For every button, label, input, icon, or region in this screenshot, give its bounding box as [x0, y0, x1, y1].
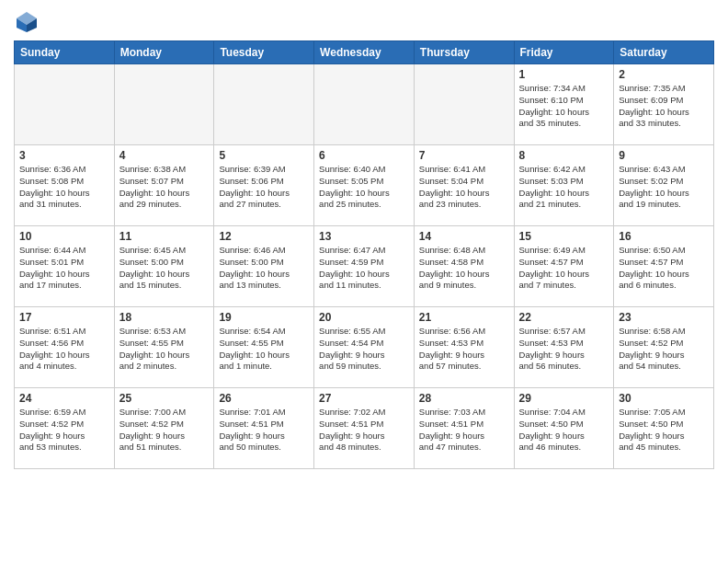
logo [14, 9, 42, 35]
calendar-cell [414, 64, 514, 145]
day-info: Sunrise: 6:57 AM Sunset: 4:53 PM Dayligh… [519, 326, 609, 373]
day-info: Sunrise: 6:50 AM Sunset: 4:57 PM Dayligh… [619, 245, 709, 292]
day-number: 24 [19, 392, 109, 405]
day-info: Sunrise: 6:55 AM Sunset: 4:54 PM Dayligh… [319, 326, 409, 373]
calendar-cell: 3Sunrise: 6:36 AM Sunset: 5:08 PM Daylig… [15, 145, 115, 226]
day-number: 5 [219, 149, 309, 162]
calendar-cell: 5Sunrise: 6:39 AM Sunset: 5:06 PM Daylig… [214, 145, 314, 226]
day-header-saturday: Saturday [614, 41, 714, 64]
calendar-header-row: SundayMondayTuesdayWednesdayThursdayFrid… [15, 41, 714, 64]
day-number: 8 [519, 149, 609, 162]
day-number: 19 [219, 311, 309, 324]
day-info: Sunrise: 6:47 AM Sunset: 4:59 PM Dayligh… [319, 245, 409, 292]
day-number: 23 [619, 311, 709, 324]
calendar-cell [15, 64, 115, 145]
day-info: Sunrise: 6:48 AM Sunset: 4:58 PM Dayligh… [419, 245, 509, 292]
calendar-cell: 16Sunrise: 6:50 AM Sunset: 4:57 PM Dayli… [614, 226, 714, 307]
day-number: 6 [319, 149, 409, 162]
day-number: 20 [319, 311, 409, 324]
day-info: Sunrise: 7:05 AM Sunset: 4:50 PM Dayligh… [619, 407, 709, 454]
day-number: 14 [419, 230, 509, 243]
day-number: 3 [19, 149, 109, 162]
day-header-friday: Friday [514, 41, 614, 64]
calendar-cell: 4Sunrise: 6:38 AM Sunset: 5:07 PM Daylig… [114, 145, 214, 226]
calendar-cell [114, 64, 214, 145]
day-info: Sunrise: 6:58 AM Sunset: 4:52 PM Dayligh… [619, 326, 709, 373]
calendar-cell: 25Sunrise: 7:00 AM Sunset: 4:52 PM Dayli… [114, 388, 214, 469]
day-header-tuesday: Tuesday [214, 41, 314, 64]
week-row-1: 1Sunrise: 7:34 AM Sunset: 6:10 PM Daylig… [15, 64, 714, 145]
calendar-cell: 15Sunrise: 6:49 AM Sunset: 4:57 PM Dayli… [514, 226, 614, 307]
day-info: Sunrise: 6:56 AM Sunset: 4:53 PM Dayligh… [419, 326, 509, 373]
calendar-cell: 8Sunrise: 6:42 AM Sunset: 5:03 PM Daylig… [514, 145, 614, 226]
day-header-monday: Monday [114, 41, 214, 64]
calendar-cell: 19Sunrise: 6:54 AM Sunset: 4:55 PM Dayli… [214, 307, 314, 388]
calendar-cell [314, 64, 415, 145]
day-info: Sunrise: 6:59 AM Sunset: 4:52 PM Dayligh… [19, 407, 109, 454]
day-info: Sunrise: 6:54 AM Sunset: 4:55 PM Dayligh… [219, 326, 309, 373]
day-info: Sunrise: 6:44 AM Sunset: 5:01 PM Dayligh… [19, 245, 109, 292]
day-info: Sunrise: 6:41 AM Sunset: 5:04 PM Dayligh… [419, 164, 509, 211]
calendar-cell: 14Sunrise: 6:48 AM Sunset: 4:58 PM Dayli… [414, 226, 514, 307]
calendar-cell: 30Sunrise: 7:05 AM Sunset: 4:50 PM Dayli… [614, 388, 714, 469]
day-number: 2 [619, 68, 709, 81]
week-row-5: 24Sunrise: 6:59 AM Sunset: 4:52 PM Dayli… [15, 388, 714, 469]
day-number: 12 [219, 230, 309, 243]
calendar-cell: 13Sunrise: 6:47 AM Sunset: 4:59 PM Dayli… [314, 226, 415, 307]
day-info: Sunrise: 7:02 AM Sunset: 4:51 PM Dayligh… [319, 407, 409, 454]
day-info: Sunrise: 6:51 AM Sunset: 4:56 PM Dayligh… [19, 326, 109, 373]
calendar-cell: 7Sunrise: 6:41 AM Sunset: 5:04 PM Daylig… [414, 145, 514, 226]
day-info: Sunrise: 6:43 AM Sunset: 5:02 PM Dayligh… [619, 164, 709, 211]
day-number: 21 [419, 311, 509, 324]
day-info: Sunrise: 6:36 AM Sunset: 5:08 PM Dayligh… [19, 164, 109, 211]
calendar-cell: 17Sunrise: 6:51 AM Sunset: 4:56 PM Dayli… [15, 307, 115, 388]
calendar-cell: 27Sunrise: 7:02 AM Sunset: 4:51 PM Dayli… [314, 388, 415, 469]
calendar-cell: 22Sunrise: 6:57 AM Sunset: 4:53 PM Dayli… [514, 307, 614, 388]
day-header-thursday: Thursday [414, 41, 514, 64]
calendar-cell: 29Sunrise: 7:04 AM Sunset: 4:50 PM Dayli… [514, 388, 614, 469]
calendar-cell: 10Sunrise: 6:44 AM Sunset: 5:01 PM Dayli… [15, 226, 115, 307]
day-number: 30 [619, 392, 709, 405]
day-number: 15 [519, 230, 609, 243]
calendar-cell: 9Sunrise: 6:43 AM Sunset: 5:02 PM Daylig… [614, 145, 714, 226]
day-number: 7 [419, 149, 509, 162]
day-number: 16 [619, 230, 709, 243]
calendar-table: SundayMondayTuesdayWednesdayThursdayFrid… [14, 40, 714, 469]
logo-icon [14, 9, 40, 35]
day-info: Sunrise: 6:42 AM Sunset: 5:03 PM Dayligh… [519, 164, 609, 211]
day-info: Sunrise: 6:53 AM Sunset: 4:55 PM Dayligh… [119, 326, 210, 373]
calendar-cell: 21Sunrise: 6:56 AM Sunset: 4:53 PM Dayli… [414, 307, 514, 388]
calendar-cell: 6Sunrise: 6:40 AM Sunset: 5:05 PM Daylig… [314, 145, 415, 226]
week-row-3: 10Sunrise: 6:44 AM Sunset: 5:01 PM Dayli… [15, 226, 714, 307]
page: SundayMondayTuesdayWednesdayThursdayFrid… [0, 0, 728, 478]
day-number: 29 [519, 392, 609, 405]
day-info: Sunrise: 6:38 AM Sunset: 5:07 PM Dayligh… [119, 164, 210, 211]
day-header-sunday: Sunday [15, 41, 115, 64]
day-number: 10 [19, 230, 109, 243]
day-number: 1 [519, 68, 609, 81]
day-info: Sunrise: 7:34 AM Sunset: 6:10 PM Dayligh… [519, 83, 609, 130]
calendar-cell: 24Sunrise: 6:59 AM Sunset: 4:52 PM Dayli… [15, 388, 115, 469]
day-info: Sunrise: 7:01 AM Sunset: 4:51 PM Dayligh… [219, 407, 309, 454]
week-row-2: 3Sunrise: 6:36 AM Sunset: 5:08 PM Daylig… [15, 145, 714, 226]
calendar-cell: 2Sunrise: 7:35 AM Sunset: 6:09 PM Daylig… [614, 64, 714, 145]
day-info: Sunrise: 7:35 AM Sunset: 6:09 PM Dayligh… [619, 83, 709, 130]
day-number: 9 [619, 149, 709, 162]
calendar-cell: 20Sunrise: 6:55 AM Sunset: 4:54 PM Dayli… [314, 307, 415, 388]
calendar-cell [214, 64, 314, 145]
header [14, 9, 714, 35]
day-info: Sunrise: 7:00 AM Sunset: 4:52 PM Dayligh… [119, 407, 210, 454]
day-number: 28 [419, 392, 509, 405]
day-number: 27 [319, 392, 409, 405]
day-info: Sunrise: 6:49 AM Sunset: 4:57 PM Dayligh… [519, 245, 609, 292]
calendar-cell: 23Sunrise: 6:58 AM Sunset: 4:52 PM Dayli… [614, 307, 714, 388]
day-number: 25 [119, 392, 210, 405]
day-info: Sunrise: 6:46 AM Sunset: 5:00 PM Dayligh… [219, 245, 309, 292]
calendar-cell: 12Sunrise: 6:46 AM Sunset: 5:00 PM Dayli… [214, 226, 314, 307]
calendar-cell: 26Sunrise: 7:01 AM Sunset: 4:51 PM Dayli… [214, 388, 314, 469]
calendar-cell: 28Sunrise: 7:03 AM Sunset: 4:51 PM Dayli… [414, 388, 514, 469]
calendar-cell: 1Sunrise: 7:34 AM Sunset: 6:10 PM Daylig… [514, 64, 614, 145]
day-number: 11 [119, 230, 210, 243]
week-row-4: 17Sunrise: 6:51 AM Sunset: 4:56 PM Dayli… [15, 307, 714, 388]
day-info: Sunrise: 7:03 AM Sunset: 4:51 PM Dayligh… [419, 407, 509, 454]
